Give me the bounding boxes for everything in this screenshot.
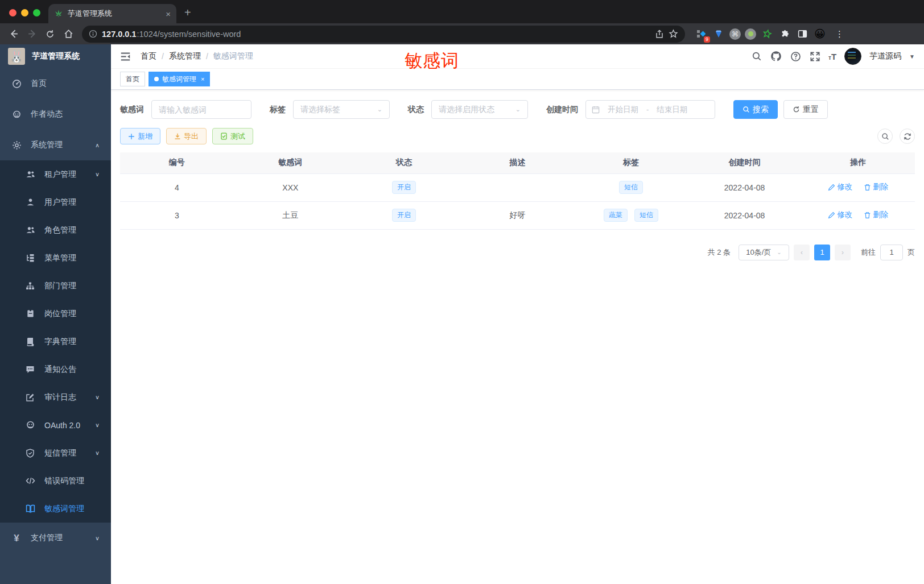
export-button[interactable]: 导出: [166, 128, 207, 144]
add-button[interactable]: 新增: [120, 128, 160, 144]
page-1-button[interactable]: 1: [814, 245, 830, 260]
date-range-picker[interactable]: -: [585, 100, 715, 119]
profile-avatar-icon[interactable]: 😀: [813, 27, 827, 41]
font-size-icon[interactable]: тT: [828, 52, 836, 61]
users-icon: [25, 169, 35, 180]
delete-link[interactable]: 删除: [864, 210, 888, 220]
delete-link[interactable]: 删除: [864, 182, 888, 192]
word-input-wrap: [151, 100, 251, 119]
browser-menu-icon[interactable]: ⋮: [831, 29, 846, 39]
cell-created: 2022-04-08: [688, 201, 802, 229]
sidebar-logo[interactable]: 🐰 芋道管理系统: [0, 44, 111, 68]
sidebar-item-pay[interactable]: ¥ 支付管理 ∨: [0, 523, 111, 553]
sidebar-item-oauth[interactable]: OAuth 2.0 ∨: [0, 411, 111, 439]
sidebar-item-notice[interactable]: 通知公告: [0, 355, 111, 383]
sidebar-item-dept[interactable]: 部门管理: [0, 272, 111, 300]
new-tab-button[interactable]: +: [176, 6, 199, 19]
sidebar-item-menu[interactable]: 菜单管理: [0, 244, 111, 272]
pagination-jumper: 前往 页: [861, 245, 915, 260]
address-bar[interactable]: 127.0.0.1:1024/system/sensitive-word: [82, 26, 685, 43]
sidebar-item-user[interactable]: 用户管理: [0, 188, 111, 216]
sidebar-item-role[interactable]: 角色管理: [0, 216, 111, 244]
tags-view-bar: 首页 敏感词管理 ×: [111, 69, 924, 90]
tab-close-icon[interactable]: ×: [201, 76, 204, 82]
status-badge: 开启: [392, 209, 416, 222]
browser-toolbar: 127.0.0.1:1024/system/sensitive-word 9 ⌘: [0, 23, 924, 44]
sidebar-item-error-code[interactable]: 错误码管理: [0, 467, 111, 495]
cell-created: 2022-04-08: [688, 173, 802, 201]
user-menu-caret-icon[interactable]: ▼: [909, 53, 915, 60]
zoom-window-button[interactable]: [33, 9, 40, 16]
pagination-total: 共 2 条: [708, 247, 731, 258]
sidebar-menu: 首页 作者动态 系统管理 ∧: [0, 68, 111, 584]
sidebar-item-author-news[interactable]: 作者动态: [0, 99, 111, 130]
date-start-input[interactable]: [603, 105, 643, 114]
window-controls: [0, 9, 48, 16]
page-jump-input[interactable]: [880, 245, 903, 260]
sidebar-item-sensitive-word[interactable]: 敏感词管理: [0, 495, 111, 523]
table-row: 4 XXX 开启 短信 2022-04-08 修改: [120, 173, 915, 201]
minimize-window-button[interactable]: [21, 9, 28, 16]
reset-button[interactable]: 重置: [783, 100, 828, 119]
tab-home[interactable]: 首页: [120, 72, 145, 86]
back-button[interactable]: [6, 26, 22, 42]
prev-page-button[interactable]: ‹: [794, 245, 810, 260]
yen-icon: ¥: [11, 533, 22, 543]
github-icon[interactable]: [770, 51, 782, 62]
site-info-icon[interactable]: [89, 30, 97, 38]
edit-link[interactable]: 修改: [828, 210, 852, 220]
tab-manager-extension-icon[interactable]: 9: [694, 27, 708, 41]
forward-button[interactable]: [24, 26, 40, 42]
puzzle-extensions-icon[interactable]: [778, 27, 791, 41]
trash-icon: [864, 184, 871, 191]
page-size-select[interactable]: 10条/页 ⌄: [739, 245, 789, 260]
test-button[interactable]: 测试: [212, 128, 253, 144]
gem-extension-icon[interactable]: [712, 27, 725, 41]
status-select[interactable]: 请选择启用状态 ⌄: [431, 100, 528, 119]
tag-select[interactable]: 请选择标签 ⌄: [293, 100, 390, 119]
show-search-button[interactable]: [877, 129, 893, 144]
help-icon[interactable]: [790, 51, 801, 62]
sidebar-fold-icon[interactable]: [120, 51, 131, 62]
side-panel-icon[interactable]: [795, 27, 809, 41]
fullscreen-icon[interactable]: [809, 51, 820, 62]
browser-tab[interactable]: 芋道管理系统 ×: [48, 4, 176, 23]
filter-tag: 标签 请选择标签 ⌄: [270, 100, 390, 119]
bookmark-star-icon[interactable]: [669, 29, 678, 39]
sidebar-item-post[interactable]: 岗位管理: [0, 300, 111, 328]
share-icon[interactable]: [655, 30, 664, 39]
search-button[interactable]: 搜索: [733, 100, 778, 119]
edit-link[interactable]: 修改: [828, 182, 852, 192]
cell-id: 4: [120, 173, 234, 201]
star-extension-icon[interactable]: [760, 27, 774, 41]
search-icon[interactable]: [751, 51, 762, 62]
filter-word: 敏感词: [120, 100, 251, 119]
gear-icon: [11, 140, 22, 150]
close-window-button[interactable]: [9, 9, 16, 16]
breadcrumb-system[interactable]: 系统管理: [169, 51, 201, 61]
pagination: 共 2 条 10条/页 ⌄ ‹ 1 › 前往 页: [120, 245, 915, 260]
tab-close-icon[interactable]: ×: [166, 9, 171, 19]
command-extension-icon[interactable]: ⌘: [729, 28, 741, 40]
status-badge: 开启: [392, 181, 416, 194]
chevron-up-icon: ∧: [95, 142, 100, 148]
refresh-table-button[interactable]: [900, 129, 915, 144]
search-icon: [742, 106, 750, 113]
sidebar-item-dict[interactable]: 字典管理: [0, 328, 111, 355]
breadcrumb-home[interactable]: 首页: [141, 51, 156, 61]
date-end-input[interactable]: [652, 105, 692, 114]
word-input[interactable]: [159, 105, 244, 114]
sidebar-item-system[interactable]: 系统管理 ∧: [0, 130, 111, 160]
sidebar-item-tenant[interactable]: 租户管理 ∨: [0, 160, 111, 188]
home-button[interactable]: [60, 26, 76, 42]
reload-button[interactable]: [42, 26, 58, 42]
user-avatar[interactable]: [844, 48, 861, 65]
sidebar-item-sms[interactable]: 短信管理 ∨: [0, 439, 111, 467]
next-page-button[interactable]: ›: [835, 245, 851, 260]
tab-sensitive-word[interactable]: 敏感词管理 ×: [148, 72, 210, 86]
user-name[interactable]: 芋道源码: [869, 51, 901, 61]
recorder-extension-icon[interactable]: [745, 28, 756, 40]
trash-icon: [864, 212, 871, 219]
sidebar-item-audit-log[interactable]: 审计日志 ∨: [0, 383, 111, 411]
sidebar-item-home[interactable]: 首页: [0, 68, 111, 99]
